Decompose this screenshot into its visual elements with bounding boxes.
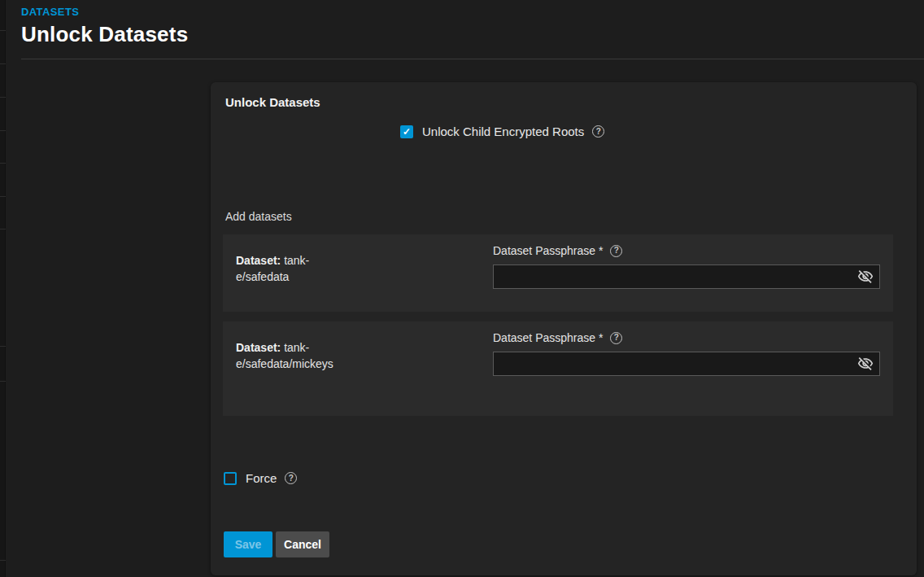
unlock-child-label: Unlock Child Encrypted Roots bbox=[422, 125, 584, 138]
help-icon[interactable]: ? bbox=[592, 125, 604, 138]
dataset-path: Dataset: tank-e/safedata/mickeys bbox=[236, 339, 335, 372]
dataset-row: Dataset: tank-e/safedata/mickeys Dataset… bbox=[223, 321, 893, 416]
passphrase-label: Dataset Passphrase * bbox=[493, 331, 603, 344]
unlock-datasets-page: DATASETS Unlock Datasets Unlock Datasets… bbox=[0, 0, 924, 577]
help-icon[interactable]: ? bbox=[610, 245, 622, 257]
passphrase-input[interactable] bbox=[493, 264, 880, 289]
dataset-label: Dataset: bbox=[236, 254, 281, 267]
dataset-label: Dataset: bbox=[236, 341, 281, 354]
breadcrumb-datasets[interactable]: DATASETS bbox=[21, 6, 79, 18]
visibility-off-icon[interactable] bbox=[856, 356, 874, 372]
collapsed-sidebar-edge bbox=[0, 0, 6, 577]
save-button[interactable]: Save bbox=[224, 531, 272, 557]
help-icon[interactable]: ? bbox=[285, 472, 297, 484]
card-title: Unlock Datasets bbox=[225, 95, 320, 109]
force-checkbox[interactable]: Force ? bbox=[224, 471, 297, 485]
header-divider bbox=[21, 59, 924, 59]
page-title: Unlock Datasets bbox=[21, 22, 188, 47]
dataset-row: Dataset: tank-e/safedata Dataset Passphr… bbox=[223, 234, 893, 312]
passphrase-label: Dataset Passphrase * bbox=[493, 244, 603, 257]
cancel-button[interactable]: Cancel bbox=[276, 531, 329, 557]
dataset-path: Dataset: tank-e/safedata bbox=[236, 252, 335, 285]
checkbox-unchecked-icon[interactable] bbox=[224, 472, 237, 485]
visibility-off-icon[interactable] bbox=[856, 269, 874, 285]
help-icon[interactable]: ? bbox=[610, 332, 622, 344]
unlock-datasets-card: Unlock Datasets ✓ Unlock Child Encrypted… bbox=[211, 82, 917, 575]
passphrase-field-group: Dataset Passphrase * ? bbox=[493, 244, 880, 289]
force-label: Force bbox=[246, 471, 277, 485]
checkbox-checked-icon[interactable]: ✓ bbox=[400, 125, 413, 138]
unlock-child-encrypted-roots-checkbox[interactable]: ✓ Unlock Child Encrypted Roots ? bbox=[400, 125, 604, 138]
passphrase-input[interactable] bbox=[493, 352, 880, 376]
passphrase-field-group: Dataset Passphrase * ? bbox=[493, 331, 880, 376]
add-datasets-label: Add datasets bbox=[225, 210, 292, 223]
